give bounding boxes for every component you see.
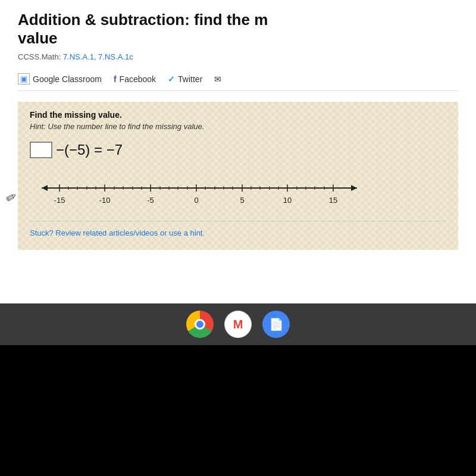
main-screen: Addition & subtraction: find the m value… — [0, 0, 476, 345]
problem-section: Find the missing value. Hint: Use the nu… — [18, 102, 458, 250]
number-line-svg: -15 -10 -5 0 5 10 15 — [36, 176, 369, 209]
svg-text:10: 10 — [283, 196, 292, 205]
taskbar: M 📄 — [0, 303, 476, 345]
answer-input-box[interactable] — [30, 142, 52, 158]
ccss-link[interactable]: 7.NS.A.1, 7.NS.A.1c — [63, 52, 133, 61]
ccss-label: CCSS.Math: 7.NS.A.1, 7.NS.A.1c — [18, 52, 458, 61]
equation-text: −(−5) = −7 — [56, 142, 123, 158]
facebook-label: Facebook — [120, 74, 156, 84]
title-text-1: Addition & subtraction: find the m — [18, 11, 268, 29]
svg-marker-1 — [42, 185, 48, 191]
divider — [30, 221, 446, 221]
email-button[interactable]: ✉ — [214, 74, 221, 84]
svg-text:-10: -10 — [99, 196, 111, 205]
problem-instruction: Find the missing value. — [30, 110, 446, 120]
content-area: Addition & subtraction: find the m value… — [0, 0, 476, 262]
twitter-label: Twitter — [178, 74, 202, 84]
svg-text:-5: -5 — [147, 196, 154, 205]
svg-marker-2 — [351, 185, 357, 191]
docs-taskbar-icon[interactable]: 📄 — [262, 311, 290, 338]
svg-text:5: 5 — [240, 196, 244, 205]
black-bottom-area — [0, 345, 476, 476]
hint-text: Hint: Use the number line to find the mi… — [30, 122, 446, 131]
svg-text:0: 0 — [194, 196, 198, 205]
number-line-labels: -15 -10 -5 0 5 10 15 — [54, 196, 338, 205]
equation-row: −(−5) = −7 — [30, 142, 446, 158]
email-icon: ✉ — [214, 74, 221, 84]
title-text-2: value — [18, 29, 58, 47]
stuck-link[interactable]: Stuck? Review related articles/videos or… — [30, 228, 205, 237]
svg-text:-15: -15 — [54, 196, 65, 205]
chrome-taskbar-icon[interactable] — [186, 311, 214, 338]
share-bar: ▣ Google Classroom f Facebook ✓ Twitter … — [18, 67, 458, 91]
number-line: -15 -10 -5 0 5 10 15 — [36, 176, 369, 209]
docs-icon-symbol: 📄 — [269, 317, 284, 331]
page-title: Addition & subtraction: find the m value — [18, 11, 458, 48]
google-classroom-button[interactable]: ▣ Google Classroom — [18, 73, 102, 84]
svg-text:15: 15 — [329, 196, 337, 205]
gmail-letter: M — [233, 318, 243, 331]
gmail-taskbar-icon[interactable]: M — [224, 311, 252, 338]
facebook-button[interactable]: f Facebook — [114, 74, 156, 84]
google-classroom-label: Google Classroom — [33, 74, 102, 84]
facebook-icon: f — [114, 74, 117, 84]
google-classroom-icon: ▣ — [18, 73, 30, 84]
twitter-icon: ✓ — [168, 74, 175, 84]
twitter-button[interactable]: ✓ Twitter — [168, 74, 202, 84]
